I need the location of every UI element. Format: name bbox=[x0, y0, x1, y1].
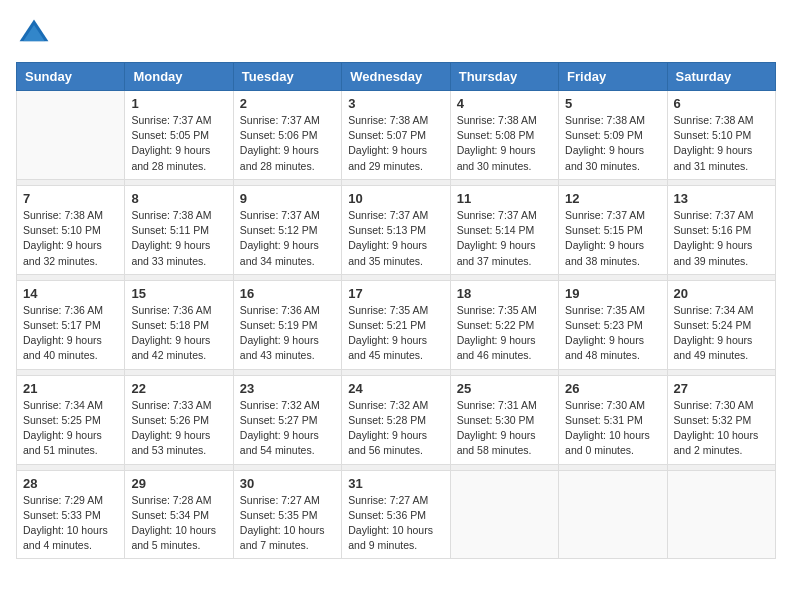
day-info: Sunrise: 7:35 AM Sunset: 5:23 PM Dayligh… bbox=[565, 303, 660, 364]
day-info: Sunrise: 7:30 AM Sunset: 5:32 PM Dayligh… bbox=[674, 398, 769, 459]
day-number: 28 bbox=[23, 476, 118, 491]
day-cell: 9Sunrise: 7:37 AM Sunset: 5:12 PM Daylig… bbox=[233, 185, 341, 274]
logo bbox=[16, 16, 56, 52]
day-info: Sunrise: 7:37 AM Sunset: 5:16 PM Dayligh… bbox=[674, 208, 769, 269]
day-cell: 18Sunrise: 7:35 AM Sunset: 5:22 PM Dayli… bbox=[450, 280, 558, 369]
day-number: 6 bbox=[674, 96, 769, 111]
logo-icon bbox=[16, 16, 52, 52]
header-day-friday: Friday bbox=[559, 63, 667, 91]
day-cell: 26Sunrise: 7:30 AM Sunset: 5:31 PM Dayli… bbox=[559, 375, 667, 464]
day-cell: 21Sunrise: 7:34 AM Sunset: 5:25 PM Dayli… bbox=[17, 375, 125, 464]
day-cell: 13Sunrise: 7:37 AM Sunset: 5:16 PM Dayli… bbox=[667, 185, 775, 274]
day-number: 3 bbox=[348, 96, 443, 111]
header bbox=[16, 16, 776, 52]
day-cell bbox=[450, 470, 558, 559]
day-number: 12 bbox=[565, 191, 660, 206]
week-row-4: 21Sunrise: 7:34 AM Sunset: 5:25 PM Dayli… bbox=[17, 375, 776, 464]
day-cell: 14Sunrise: 7:36 AM Sunset: 5:17 PM Dayli… bbox=[17, 280, 125, 369]
day-info: Sunrise: 7:37 AM Sunset: 5:15 PM Dayligh… bbox=[565, 208, 660, 269]
calendar-table: SundayMondayTuesdayWednesdayThursdayFrid… bbox=[16, 62, 776, 559]
day-cell: 31Sunrise: 7:27 AM Sunset: 5:36 PM Dayli… bbox=[342, 470, 450, 559]
day-info: Sunrise: 7:38 AM Sunset: 5:11 PM Dayligh… bbox=[131, 208, 226, 269]
day-number: 24 bbox=[348, 381, 443, 396]
day-number: 9 bbox=[240, 191, 335, 206]
day-info: Sunrise: 7:35 AM Sunset: 5:21 PM Dayligh… bbox=[348, 303, 443, 364]
day-cell: 1Sunrise: 7:37 AM Sunset: 5:05 PM Daylig… bbox=[125, 91, 233, 180]
day-cell bbox=[667, 470, 775, 559]
day-info: Sunrise: 7:36 AM Sunset: 5:17 PM Dayligh… bbox=[23, 303, 118, 364]
day-number: 29 bbox=[131, 476, 226, 491]
day-cell: 8Sunrise: 7:38 AM Sunset: 5:11 PM Daylig… bbox=[125, 185, 233, 274]
day-cell: 11Sunrise: 7:37 AM Sunset: 5:14 PM Dayli… bbox=[450, 185, 558, 274]
day-info: Sunrise: 7:37 AM Sunset: 5:14 PM Dayligh… bbox=[457, 208, 552, 269]
day-cell: 22Sunrise: 7:33 AM Sunset: 5:26 PM Dayli… bbox=[125, 375, 233, 464]
day-cell: 3Sunrise: 7:38 AM Sunset: 5:07 PM Daylig… bbox=[342, 91, 450, 180]
day-number: 27 bbox=[674, 381, 769, 396]
day-info: Sunrise: 7:36 AM Sunset: 5:18 PM Dayligh… bbox=[131, 303, 226, 364]
day-cell: 10Sunrise: 7:37 AM Sunset: 5:13 PM Dayli… bbox=[342, 185, 450, 274]
day-cell: 24Sunrise: 7:32 AM Sunset: 5:28 PM Dayli… bbox=[342, 375, 450, 464]
day-cell: 16Sunrise: 7:36 AM Sunset: 5:19 PM Dayli… bbox=[233, 280, 341, 369]
day-cell: 28Sunrise: 7:29 AM Sunset: 5:33 PM Dayli… bbox=[17, 470, 125, 559]
day-number: 20 bbox=[674, 286, 769, 301]
day-info: Sunrise: 7:38 AM Sunset: 5:08 PM Dayligh… bbox=[457, 113, 552, 174]
day-info: Sunrise: 7:37 AM Sunset: 5:13 PM Dayligh… bbox=[348, 208, 443, 269]
day-number: 13 bbox=[674, 191, 769, 206]
day-info: Sunrise: 7:37 AM Sunset: 5:05 PM Dayligh… bbox=[131, 113, 226, 174]
day-cell: 2Sunrise: 7:37 AM Sunset: 5:06 PM Daylig… bbox=[233, 91, 341, 180]
day-number: 21 bbox=[23, 381, 118, 396]
day-number: 1 bbox=[131, 96, 226, 111]
day-info: Sunrise: 7:38 AM Sunset: 5:10 PM Dayligh… bbox=[674, 113, 769, 174]
day-number: 14 bbox=[23, 286, 118, 301]
week-row-1: 1Sunrise: 7:37 AM Sunset: 5:05 PM Daylig… bbox=[17, 91, 776, 180]
day-info: Sunrise: 7:38 AM Sunset: 5:10 PM Dayligh… bbox=[23, 208, 118, 269]
day-cell: 7Sunrise: 7:38 AM Sunset: 5:10 PM Daylig… bbox=[17, 185, 125, 274]
header-day-sunday: Sunday bbox=[17, 63, 125, 91]
day-cell: 20Sunrise: 7:34 AM Sunset: 5:24 PM Dayli… bbox=[667, 280, 775, 369]
header-day-tuesday: Tuesday bbox=[233, 63, 341, 91]
day-cell bbox=[559, 470, 667, 559]
week-row-2: 7Sunrise: 7:38 AM Sunset: 5:10 PM Daylig… bbox=[17, 185, 776, 274]
day-number: 30 bbox=[240, 476, 335, 491]
day-number: 31 bbox=[348, 476, 443, 491]
day-info: Sunrise: 7:37 AM Sunset: 5:12 PM Dayligh… bbox=[240, 208, 335, 269]
day-info: Sunrise: 7:35 AM Sunset: 5:22 PM Dayligh… bbox=[457, 303, 552, 364]
day-number: 11 bbox=[457, 191, 552, 206]
day-number: 15 bbox=[131, 286, 226, 301]
day-info: Sunrise: 7:31 AM Sunset: 5:30 PM Dayligh… bbox=[457, 398, 552, 459]
header-day-thursday: Thursday bbox=[450, 63, 558, 91]
day-info: Sunrise: 7:27 AM Sunset: 5:35 PM Dayligh… bbox=[240, 493, 335, 554]
day-info: Sunrise: 7:33 AM Sunset: 5:26 PM Dayligh… bbox=[131, 398, 226, 459]
day-info: Sunrise: 7:30 AM Sunset: 5:31 PM Dayligh… bbox=[565, 398, 660, 459]
day-number: 18 bbox=[457, 286, 552, 301]
day-cell: 15Sunrise: 7:36 AM Sunset: 5:18 PM Dayli… bbox=[125, 280, 233, 369]
day-cell: 4Sunrise: 7:38 AM Sunset: 5:08 PM Daylig… bbox=[450, 91, 558, 180]
day-info: Sunrise: 7:32 AM Sunset: 5:28 PM Dayligh… bbox=[348, 398, 443, 459]
day-info: Sunrise: 7:36 AM Sunset: 5:19 PM Dayligh… bbox=[240, 303, 335, 364]
day-number: 2 bbox=[240, 96, 335, 111]
header-day-wednesday: Wednesday bbox=[342, 63, 450, 91]
day-number: 7 bbox=[23, 191, 118, 206]
day-cell: 19Sunrise: 7:35 AM Sunset: 5:23 PM Dayli… bbox=[559, 280, 667, 369]
header-row: SundayMondayTuesdayWednesdayThursdayFrid… bbox=[17, 63, 776, 91]
day-info: Sunrise: 7:38 AM Sunset: 5:09 PM Dayligh… bbox=[565, 113, 660, 174]
week-row-5: 28Sunrise: 7:29 AM Sunset: 5:33 PM Dayli… bbox=[17, 470, 776, 559]
header-day-saturday: Saturday bbox=[667, 63, 775, 91]
day-number: 23 bbox=[240, 381, 335, 396]
day-number: 4 bbox=[457, 96, 552, 111]
header-day-monday: Monday bbox=[125, 63, 233, 91]
day-number: 26 bbox=[565, 381, 660, 396]
day-info: Sunrise: 7:29 AM Sunset: 5:33 PM Dayligh… bbox=[23, 493, 118, 554]
day-info: Sunrise: 7:28 AM Sunset: 5:34 PM Dayligh… bbox=[131, 493, 226, 554]
day-info: Sunrise: 7:37 AM Sunset: 5:06 PM Dayligh… bbox=[240, 113, 335, 174]
week-row-3: 14Sunrise: 7:36 AM Sunset: 5:17 PM Dayli… bbox=[17, 280, 776, 369]
day-number: 10 bbox=[348, 191, 443, 206]
day-info: Sunrise: 7:32 AM Sunset: 5:27 PM Dayligh… bbox=[240, 398, 335, 459]
day-cell: 29Sunrise: 7:28 AM Sunset: 5:34 PM Dayli… bbox=[125, 470, 233, 559]
day-info: Sunrise: 7:34 AM Sunset: 5:24 PM Dayligh… bbox=[674, 303, 769, 364]
day-cell: 17Sunrise: 7:35 AM Sunset: 5:21 PM Dayli… bbox=[342, 280, 450, 369]
day-number: 22 bbox=[131, 381, 226, 396]
day-number: 17 bbox=[348, 286, 443, 301]
day-number: 25 bbox=[457, 381, 552, 396]
day-cell: 6Sunrise: 7:38 AM Sunset: 5:10 PM Daylig… bbox=[667, 91, 775, 180]
